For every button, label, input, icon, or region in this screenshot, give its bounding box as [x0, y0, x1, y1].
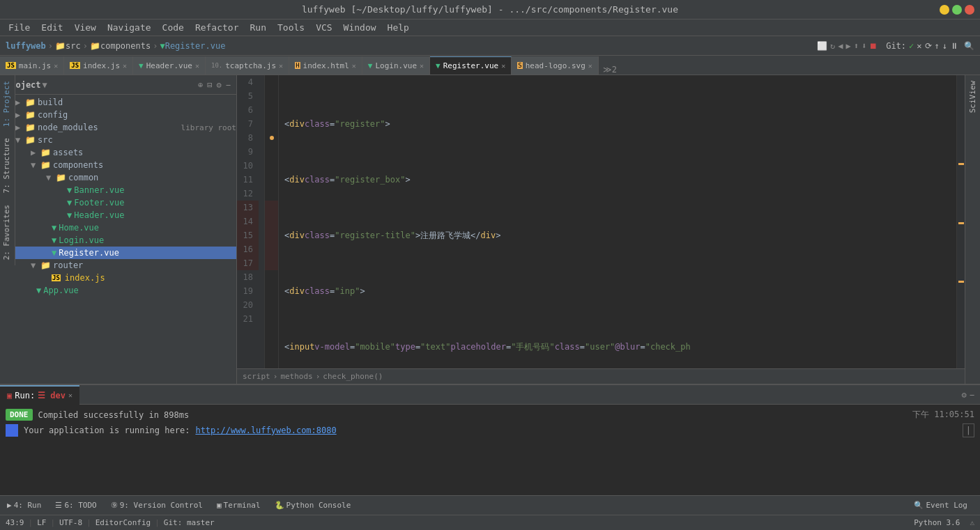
bc-script: script	[243, 372, 270, 381]
sciview-tab[interactable]: SciView	[966, 75, 979, 118]
menu-tools[interactable]: Tools	[272, 21, 310, 34]
app-url-link[interactable]: http://www.luffyweb.com:8080	[195, 426, 336, 435]
tab-tcaptcha-js[interactable]: 10. tcaptcha.js ✕	[206, 56, 289, 75]
bottom-close-icon[interactable]: −	[970, 390, 974, 400]
vtab-project[interactable]: 1: Project	[0, 75, 15, 132]
main-layout: Project ▼ ⊕ ⊟ ⚙ − ▶ 📁 build ▶ 📁 c	[0, 75, 980, 384]
tree-item-components[interactable]: ▼ 📁 components	[0, 159, 236, 171]
panel-close-icon[interactable]: −	[226, 80, 231, 90]
menu-edit[interactable]: Edit	[36, 21, 68, 34]
tab-close-login-vue[interactable]: ✕	[420, 62, 424, 70]
tab-close-register-vue[interactable]: ✕	[501, 62, 505, 70]
git-icon5[interactable]: ↓	[942, 41, 947, 51]
tab-register-vue[interactable]: ▼ Register.vue ✕	[430, 56, 512, 75]
menu-help[interactable]: Help	[382, 21, 415, 34]
tab-main-js[interactable]: JS main.js ✕	[0, 56, 64, 75]
tab-close-tcaptcha-js[interactable]: ✕	[279, 62, 283, 70]
path-luffyweb[interactable]: luffyweb	[6, 41, 46, 51]
toolbar-icon-1[interactable]: ⬜	[817, 41, 827, 51]
tree-item-home-vue[interactable]: ▼ Home.vue	[0, 221, 236, 234]
bstab-version-control[interactable]: ⑨ 9: Version Control	[104, 496, 210, 515]
line-num-12: 12	[237, 187, 259, 201]
path-register-vue[interactable]: Register.vue	[165, 41, 226, 51]
tree-label-assets: assets	[53, 148, 236, 157]
toolbar-icon-2[interactable]: ↻	[830, 41, 835, 51]
bstab-event-log[interactable]: 🔍 Event Log	[907, 496, 974, 515]
path-components[interactable]: components	[100, 41, 151, 51]
path-src[interactable]: src	[66, 41, 81, 51]
search-icon[interactable]: 🔍	[964, 41, 974, 51]
tab-close-index-js[interactable]: ✕	[123, 62, 127, 70]
panel-add-icon[interactable]: ⊕	[198, 80, 203, 90]
git-icon3[interactable]: ⟳	[925, 41, 932, 51]
maximize-button[interactable]	[952, 5, 962, 15]
tab-icon-head-logo-svg: S	[517, 62, 522, 69]
code-content[interactable]: <div class="register"> <div class="regis…	[279, 75, 956, 368]
git-icon6[interactable]: ⏸	[950, 41, 958, 51]
vtab-favorites[interactable]: 2: Favorites	[0, 199, 15, 265]
panel-layout-icon[interactable]: ⊟	[207, 80, 212, 90]
toolbar-icon-3[interactable]: ◀	[838, 41, 843, 51]
menu-run[interactable]: Run	[245, 21, 272, 34]
tree-item-footer-vue[interactable]: ▼ Footer.vue	[0, 196, 236, 209]
tree-item-src[interactable]: ▼ 📁 src	[0, 134, 236, 146]
menu-file[interactable]: File	[3, 21, 36, 34]
menu-view[interactable]: View	[69, 21, 102, 34]
tree-item-header-vue-tree[interactable]: ▼ Header.vue	[0, 209, 236, 221]
status-position: 43:9	[6, 518, 24, 527]
tab-head-logo-svg[interactable]: S head-logo.svg ✕	[512, 56, 599, 75]
git-icon2[interactable]: ✕	[917, 41, 921, 51]
bstab-run[interactable]: ▶ 4: Run	[0, 496, 48, 515]
folder-icon-config: 📁	[25, 110, 36, 120]
menu-refactor[interactable]: Refactor	[190, 21, 245, 34]
bstab-todo[interactable]: ☰ 6: TODO	[48, 496, 103, 515]
line-num-21: 21	[237, 312, 259, 326]
tree-item-router-index-js[interactable]: JS index.js	[0, 272, 236, 284]
tab-login-vue[interactable]: ▼ Login.vue ✕	[362, 56, 430, 75]
tree-item-app-vue[interactable]: ▼ App.vue	[0, 284, 236, 297]
code-view[interactable]: 4 5 6 7 8 9 10 11 12 13 14 15 16 17 18 1…	[237, 75, 965, 368]
run-tab-close[interactable]: ✕	[68, 391, 72, 399]
close-button[interactable]	[965, 5, 974, 15]
toolbar-icon-6[interactable]: ⬇	[862, 41, 866, 51]
tab-close-head-logo-svg[interactable]: ✕	[588, 62, 592, 70]
vtab-structure[interactable]: 7: Structure	[0, 132, 15, 198]
bstab-python-console[interactable]: 🐍 Python Console	[268, 496, 358, 515]
tab-index-js[interactable]: JS index.js ✕	[64, 56, 133, 75]
tab-close-main-js[interactable]: ✕	[54, 62, 58, 70]
tree-item-banner-vue[interactable]: ▼ Banner.vue	[0, 184, 236, 196]
tab-close-index-html[interactable]: ✕	[352, 62, 356, 70]
git-check[interactable]: ✓	[909, 41, 914, 51]
minimize-button[interactable]	[940, 5, 949, 15]
toolbar-icon-5[interactable]: ⬆	[854, 41, 859, 51]
arrow-node-modules: ▶	[15, 123, 25, 132]
tree-item-config[interactable]: ▶ 📁 config	[0, 109, 236, 121]
tree-item-register-vue-tree[interactable]: ▼ Register.vue	[0, 247, 236, 259]
git-icon4[interactable]: ↑	[935, 41, 940, 51]
menu-window[interactable]: Window	[338, 21, 382, 34]
panel-settings-icon[interactable]: ⚙	[217, 80, 222, 90]
tab-index-html[interactable]: H index.html ✕	[289, 56, 362, 75]
menu-code[interactable]: Code	[157, 21, 190, 34]
vue-icon-header: ▼	[67, 210, 72, 220]
panel-dropdown[interactable]: ▼	[43, 80, 47, 90]
tree-item-login-vue-tree[interactable]: ▼ Login.vue	[0, 234, 236, 247]
code-line-5: <div class="register_box">	[284, 173, 951, 187]
tree-item-node-modules[interactable]: ▶ 📁 node_modules library root	[0, 121, 236, 134]
tree-item-assets[interactable]: ▶ 📁 assets	[0, 146, 236, 159]
menu-vcs[interactable]: VCS	[310, 21, 337, 34]
tree-item-common[interactable]: ▼ 📁 common	[0, 171, 236, 184]
tree-item-build[interactable]: ▶ 📁 build	[0, 96, 236, 109]
toolbar-icon-7[interactable]: ⏹	[869, 41, 878, 51]
menu-navigate[interactable]: Navigate	[102, 21, 157, 34]
bottom-settings-icon[interactable]: ⚙	[962, 390, 967, 400]
toolbar-icon-4[interactable]: ▶	[845, 41, 850, 51]
tab-overflow[interactable]: ≫2	[599, 65, 621, 75]
tree-item-router[interactable]: ▼ 📁 router	[0, 259, 236, 272]
gutter-marker-8	[270, 136, 274, 140]
tab-header-vue[interactable]: ▼ Header.vue ✕	[133, 56, 206, 75]
bstab-terminal[interactable]: ▣ Terminal	[210, 496, 268, 515]
left-panel-header: Project ▼ ⊕ ⊟ ⚙ −	[0, 75, 236, 95]
tab-close-header-vue[interactable]: ✕	[195, 62, 199, 70]
bottom-tab-run[interactable]: ▣ Run: ☰ dev ✕	[0, 385, 79, 405]
